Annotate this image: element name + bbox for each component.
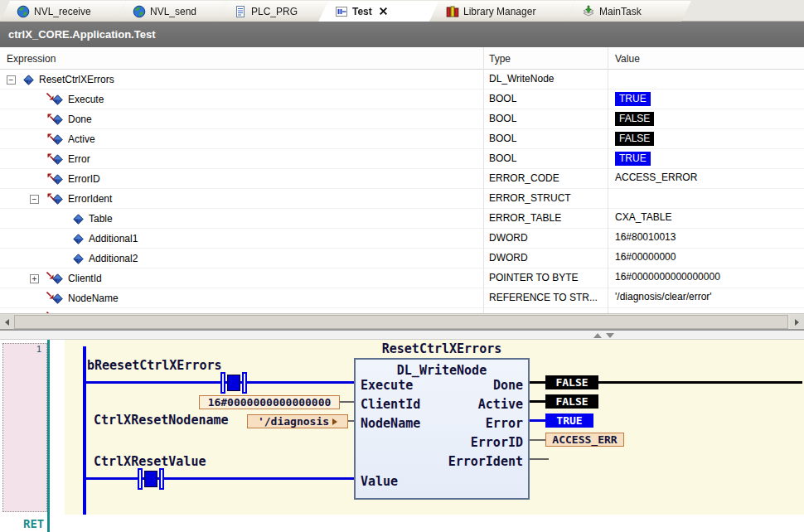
library-icon: [446, 5, 459, 18]
network-margin[interactable]: [2, 343, 47, 512]
column-type[interactable]: Type: [489, 53, 511, 65]
globe-icon: [17, 5, 30, 18]
table-row[interactable]: ErrorBOOLTRUE: [0, 149, 804, 169]
column-divider[interactable]: [608, 47, 608, 313]
tab-plc-prg[interactable]: PLC_PRG: [217, 1, 328, 22]
wire-error: [530, 419, 545, 422]
value-cell[interactable]: 16#80010013: [615, 231, 676, 243]
type-label: DWORD: [489, 252, 528, 264]
column-value[interactable]: Value: [615, 53, 640, 65]
globe-icon: [133, 5, 146, 18]
close-tab-icon[interactable]: [379, 7, 388, 16]
expression-cell: Execute: [0, 89, 104, 109]
more-text-icon: [332, 418, 337, 425]
scroll-left-button[interactable]: [0, 314, 14, 330]
table-row[interactable]: +ClientIdPOINTER TO BYTE16#0000000000000…: [0, 268, 804, 288]
table-row[interactable]: NodeNameREFERENCE TO STR...'/diagnosis/c…: [0, 288, 804, 308]
table-row[interactable]: Additional2DWORD16#00000000: [0, 249, 804, 268]
value-cell[interactable]: TRUE: [615, 152, 651, 166]
pin-active[interactable]: Active: [478, 397, 523, 412]
expression-label: ResetCtrlXErrors: [39, 74, 114, 85]
value-cell[interactable]: 16#0000000000000000: [615, 271, 720, 283]
collapse-up-icon[interactable]: [593, 333, 602, 338]
value-cell[interactable]: TRUE: [615, 92, 651, 106]
contact-breesetctrlxerrors[interactable]: [220, 371, 247, 394]
expression-cell: Error: [0, 149, 90, 169]
pin-errorident[interactable]: ErrorIdent: [448, 454, 523, 469]
nodename-label[interactable]: CtrlXResetNodename: [94, 413, 229, 428]
pin-nodename[interactable]: NodeName: [361, 416, 420, 431]
table-row[interactable]: −ErrorIdentERROR_STRUCT: [0, 189, 804, 209]
table-row[interactable]: Additional1DWORD16#80010013: [0, 229, 804, 249]
tab-test[interactable]: Test: [318, 1, 439, 22]
type-label: ERROR_TABLE: [489, 212, 561, 224]
type-label: BOOL: [489, 113, 516, 124]
tab-nvl-send[interactable]: NVL_send: [116, 1, 227, 22]
error-monitor-badge: TRUE: [545, 414, 593, 428]
wire-value: [83, 477, 354, 480]
pin-execute[interactable]: Execute: [361, 378, 413, 393]
tab-nvl-receive[interactable]: NVL_receive: [0, 1, 126, 22]
table-row[interactable]: ActiveBOOLFALSE: [0, 129, 804, 149]
done-monitor-badge: FALSE: [545, 375, 598, 389]
value-cell[interactable]: CXA_TABLE: [615, 211, 671, 223]
table-row[interactable]: DoneBOOLFALSE: [0, 109, 804, 129]
collapse-icon[interactable]: −: [7, 75, 16, 85]
output-pin-icon: [46, 132, 55, 140]
value-cell[interactable]: FALSE: [615, 112, 654, 126]
type-label: DWORD: [489, 232, 528, 244]
expression-cell: −ResetCtrlXErrors: [0, 70, 114, 89]
pin-value[interactable]: Value: [361, 474, 398, 489]
collapse-down-icon[interactable]: [606, 333, 614, 338]
nodename-operand-box[interactable]: '/diagnosis: [247, 414, 348, 428]
expression-label: Additional2: [89, 253, 138, 264]
task-icon: [582, 5, 595, 18]
tab-library-manager[interactable]: Library Manager: [429, 1, 575, 22]
tab-maintask[interactable]: MainTask: [565, 1, 691, 22]
type-label: DL_WriteNode: [489, 73, 554, 85]
tab-label: Library Manager: [463, 6, 535, 17]
scroll-right-button[interactable]: [790, 314, 804, 330]
collapse-icon[interactable]: −: [30, 195, 39, 204]
value-cell[interactable]: 16#00000000: [615, 251, 676, 263]
expression-cell: Table: [0, 209, 113, 229]
column-expression[interactable]: Expression: [7, 53, 56, 65]
function-block[interactable]: DL_WriteNode Execute ClientId NodeName V…: [354, 358, 530, 500]
pane-splitter[interactable]: [0, 329, 804, 340]
scrollbar-thumb[interactable]: [14, 315, 788, 329]
expression-cell: ErrorID: [0, 169, 100, 189]
wire-done-out: [598, 381, 802, 384]
table-row[interactable]: ExecuteBOOLTRUE: [0, 89, 804, 109]
ladder-editor[interactable]: 1 bReesetCtrlXErrors 16#0000000000000000…: [0, 340, 804, 532]
value-cell[interactable]: '/diagnosis/clear/error': [615, 291, 712, 302]
value-cell[interactable]: FALSE: [615, 132, 654, 146]
block-instance-name[interactable]: ResetCtrlXErrors: [354, 341, 530, 356]
tab-bar: NVL_receiveNVL_sendPLC_PRGTestLibrary Ma…: [0, 0, 804, 22]
pin-clientid[interactable]: ClientId: [361, 397, 420, 412]
type-label: BOOL: [489, 133, 516, 144]
editor-gutter-line: [47, 340, 50, 532]
column-divider[interactable]: [483, 47, 484, 313]
table-row[interactable]: −ResetCtrlXErrorsDL_WriteNode: [0, 70, 804, 89]
pin-done[interactable]: Done: [493, 378, 523, 393]
document-icon: [234, 5, 247, 18]
expression-cell: NodeName: [0, 288, 119, 308]
type-label: ERROR_CODE: [489, 172, 559, 184]
clientid-operand-box[interactable]: 16#0000000000000000: [199, 395, 340, 409]
contact1-label[interactable]: bReesetCtrlXErrors: [87, 358, 222, 373]
return-label[interactable]: RET: [23, 517, 44, 530]
table-row[interactable]: TableERROR_TABLECXA_TABLE: [0, 209, 804, 229]
horizontal-scrollbar[interactable]: [0, 313, 804, 329]
contact-ctrlxresetvalue[interactable]: [138, 467, 164, 491]
wire-clientid: [340, 401, 354, 403]
pin-errorid[interactable]: ErrorID: [471, 435, 523, 450]
output-pin-icon: [46, 152, 55, 160]
variable-icon: [73, 254, 84, 264]
value-cell[interactable]: ACCESS_ERROR: [615, 172, 697, 183]
tab-label: NVL_receive: [34, 6, 91, 17]
pin-error[interactable]: Error: [486, 416, 523, 431]
expression-label: Additional1: [89, 233, 138, 244]
expand-icon[interactable]: +: [30, 274, 39, 283]
clientid-value: 16#0000000000000000: [208, 396, 332, 409]
table-row[interactable]: ErrorIDERROR_CODEACCESS_ERROR: [0, 169, 804, 189]
